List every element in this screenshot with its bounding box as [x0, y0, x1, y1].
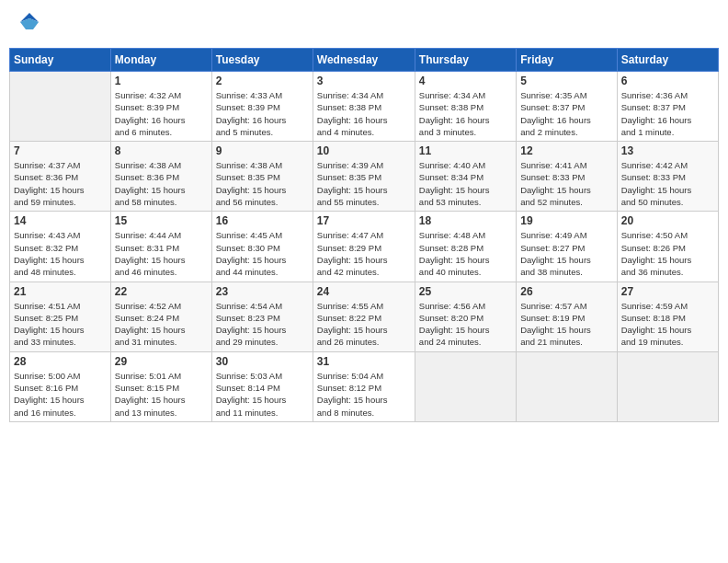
- calendar-week-row: 28Sunrise: 5:00 AM Sunset: 8:16 PM Dayli…: [10, 351, 719, 421]
- day-number: 27: [621, 285, 714, 298]
- calendar-cell: 16Sunrise: 4:45 AM Sunset: 8:30 PM Dayli…: [211, 212, 313, 282]
- header-thursday: Thursday: [415, 49, 516, 72]
- day-number: 30: [216, 355, 309, 368]
- day-number: 22: [115, 285, 208, 298]
- calendar-cell: 5Sunrise: 4:35 AM Sunset: 8:37 PM Daylig…: [517, 72, 617, 142]
- day-number: 20: [621, 214, 714, 227]
- calendar-table: SundayMondayTuesdayWednesdayThursdayFrid…: [9, 48, 719, 422]
- calendar-cell: 6Sunrise: 4:36 AM Sunset: 8:37 PM Daylig…: [617, 72, 718, 142]
- calendar-header-row: SundayMondayTuesdayWednesdayThursdayFrid…: [10, 49, 719, 72]
- calendar-week-row: 21Sunrise: 4:51 AM Sunset: 8:25 PM Dayli…: [10, 282, 719, 351]
- day-info: Sunrise: 4:36 AM Sunset: 8:37 PM Dayligh…: [621, 89, 714, 138]
- calendar-cell: 9Sunrise: 4:38 AM Sunset: 8:35 PM Daylig…: [211, 142, 313, 212]
- day-info: Sunrise: 5:01 AM Sunset: 8:15 PM Dayligh…: [115, 370, 208, 419]
- day-info: Sunrise: 4:41 AM Sunset: 8:33 PM Dayligh…: [520, 159, 612, 208]
- day-number: 28: [14, 355, 107, 368]
- calendar-week-row: 7Sunrise: 4:37 AM Sunset: 8:36 PM Daylig…: [10, 142, 719, 212]
- day-number: 31: [317, 355, 411, 368]
- calendar-cell: [617, 351, 718, 421]
- day-info: Sunrise: 4:48 AM Sunset: 8:28 PM Dayligh…: [419, 229, 512, 278]
- day-info: Sunrise: 4:34 AM Sunset: 8:38 PM Dayligh…: [419, 89, 512, 138]
- day-number: 25: [419, 285, 512, 298]
- day-number: 13: [621, 144, 714, 157]
- day-info: Sunrise: 4:39 AM Sunset: 8:35 PM Dayligh…: [317, 159, 411, 208]
- calendar-cell: 1Sunrise: 4:32 AM Sunset: 8:39 PM Daylig…: [110, 72, 211, 142]
- calendar-cell: 8Sunrise: 4:38 AM Sunset: 8:36 PM Daylig…: [110, 142, 211, 212]
- calendar-cell: 11Sunrise: 4:40 AM Sunset: 8:34 PM Dayli…: [415, 142, 516, 212]
- calendar-week-row: 1Sunrise: 4:32 AM Sunset: 8:39 PM Daylig…: [10, 72, 719, 142]
- calendar-cell: 23Sunrise: 4:54 AM Sunset: 8:23 PM Dayli…: [211, 282, 313, 351]
- calendar-cell: 14Sunrise: 4:43 AM Sunset: 8:32 PM Dayli…: [10, 212, 111, 282]
- calendar-cell: 28Sunrise: 5:00 AM Sunset: 8:16 PM Dayli…: [10, 351, 111, 421]
- day-info: Sunrise: 4:32 AM Sunset: 8:39 PM Dayligh…: [115, 89, 208, 138]
- calendar-cell: 31Sunrise: 5:04 AM Sunset: 8:12 PM Dayli…: [313, 351, 415, 421]
- day-info: Sunrise: 5:04 AM Sunset: 8:12 PM Dayligh…: [317, 370, 411, 419]
- day-number: 17: [317, 214, 411, 227]
- day-number: 15: [115, 214, 208, 227]
- day-number: 12: [520, 144, 612, 157]
- day-info: Sunrise: 5:03 AM Sunset: 8:14 PM Dayligh…: [216, 370, 309, 419]
- header-tuesday: Tuesday: [211, 49, 313, 72]
- calendar-cell: 30Sunrise: 5:03 AM Sunset: 8:14 PM Dayli…: [211, 351, 313, 421]
- header-saturday: Saturday: [617, 49, 718, 72]
- day-number: 4: [419, 75, 512, 87]
- header-friday: Friday: [517, 49, 617, 72]
- calendar-cell: 17Sunrise: 4:47 AM Sunset: 8:29 PM Dayli…: [313, 212, 415, 282]
- day-info: Sunrise: 4:34 AM Sunset: 8:38 PM Dayligh…: [317, 89, 411, 138]
- day-info: Sunrise: 4:38 AM Sunset: 8:36 PM Dayligh…: [115, 159, 208, 208]
- day-number: 5: [520, 75, 612, 87]
- calendar-cell: 22Sunrise: 4:52 AM Sunset: 8:24 PM Dayli…: [110, 282, 211, 351]
- day-info: Sunrise: 4:50 AM Sunset: 8:26 PM Dayligh…: [621, 229, 714, 278]
- day-number: 9: [216, 144, 309, 157]
- day-number: 7: [14, 144, 107, 157]
- calendar-cell: [10, 72, 111, 142]
- day-info: Sunrise: 4:47 AM Sunset: 8:29 PM Dayligh…: [317, 229, 411, 278]
- calendar-cell: 21Sunrise: 4:51 AM Sunset: 8:25 PM Dayli…: [10, 282, 111, 351]
- logo: [13, 9, 48, 42]
- day-number: 1: [115, 75, 208, 87]
- logo-bird-icon: [13, 9, 46, 42]
- day-number: 6: [621, 75, 714, 87]
- calendar-cell: 4Sunrise: 4:34 AM Sunset: 8:38 PM Daylig…: [415, 72, 516, 142]
- day-info: Sunrise: 4:33 AM Sunset: 8:39 PM Dayligh…: [216, 89, 309, 138]
- day-number: 16: [216, 214, 309, 227]
- day-number: 14: [14, 214, 107, 227]
- day-number: 23: [216, 285, 309, 298]
- page-header: [9, 9, 719, 42]
- day-number: 3: [317, 75, 411, 87]
- day-info: Sunrise: 4:38 AM Sunset: 8:35 PM Dayligh…: [216, 159, 309, 208]
- calendar-cell: 27Sunrise: 4:59 AM Sunset: 8:18 PM Dayli…: [617, 282, 718, 351]
- day-number: 18: [419, 214, 512, 227]
- day-info: Sunrise: 4:49 AM Sunset: 8:27 PM Dayligh…: [520, 229, 612, 278]
- calendar-cell: [517, 351, 617, 421]
- day-info: Sunrise: 4:37 AM Sunset: 8:36 PM Dayligh…: [14, 159, 107, 208]
- header-sunday: Sunday: [10, 49, 111, 72]
- day-number: 2: [216, 75, 309, 87]
- calendar-cell: 12Sunrise: 4:41 AM Sunset: 8:33 PM Dayli…: [517, 142, 617, 212]
- day-info: Sunrise: 5:00 AM Sunset: 8:16 PM Dayligh…: [14, 370, 107, 419]
- day-number: 8: [115, 144, 208, 157]
- day-number: 24: [317, 285, 411, 298]
- calendar-cell: 29Sunrise: 5:01 AM Sunset: 8:15 PM Dayli…: [110, 351, 211, 421]
- day-info: Sunrise: 4:51 AM Sunset: 8:25 PM Dayligh…: [14, 300, 107, 349]
- day-number: 26: [520, 285, 612, 298]
- calendar-cell: 7Sunrise: 4:37 AM Sunset: 8:36 PM Daylig…: [10, 142, 111, 212]
- day-info: Sunrise: 4:45 AM Sunset: 8:30 PM Dayligh…: [216, 229, 309, 278]
- day-info: Sunrise: 4:44 AM Sunset: 8:31 PM Dayligh…: [115, 229, 208, 278]
- calendar-cell: 26Sunrise: 4:57 AM Sunset: 8:19 PM Dayli…: [517, 282, 617, 351]
- calendar-cell: 2Sunrise: 4:33 AM Sunset: 8:39 PM Daylig…: [211, 72, 313, 142]
- day-info: Sunrise: 4:57 AM Sunset: 8:19 PM Dayligh…: [520, 300, 612, 349]
- calendar-cell: 18Sunrise: 4:48 AM Sunset: 8:28 PM Dayli…: [415, 212, 516, 282]
- calendar-cell: [415, 351, 516, 421]
- day-info: Sunrise: 4:43 AM Sunset: 8:32 PM Dayligh…: [14, 229, 107, 278]
- day-number: 29: [115, 355, 208, 368]
- day-info: Sunrise: 4:56 AM Sunset: 8:20 PM Dayligh…: [419, 300, 512, 349]
- day-number: 10: [317, 144, 411, 157]
- calendar-cell: 15Sunrise: 4:44 AM Sunset: 8:31 PM Dayli…: [110, 212, 211, 282]
- calendar-cell: 3Sunrise: 4:34 AM Sunset: 8:38 PM Daylig…: [313, 72, 415, 142]
- day-number: 19: [520, 214, 612, 227]
- calendar-cell: 19Sunrise: 4:49 AM Sunset: 8:27 PM Dayli…: [517, 212, 617, 282]
- day-number: 21: [14, 285, 107, 298]
- header-monday: Monday: [110, 49, 211, 72]
- header-wednesday: Wednesday: [313, 49, 415, 72]
